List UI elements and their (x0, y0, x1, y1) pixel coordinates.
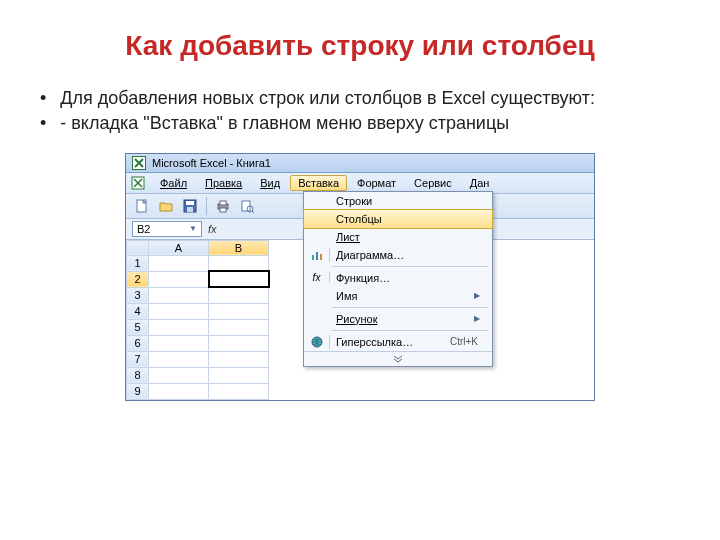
function-icon: fx (304, 272, 330, 283)
slide-title: Как добавить строку или столбец (0, 0, 720, 72)
menu-separator (332, 307, 488, 308)
open-file-icon[interactable] (156, 196, 176, 216)
fx-label[interactable]: fx (208, 223, 217, 235)
bullet-2: - вкладка "Вставка" в главном меню вверх… (60, 112, 660, 135)
window-title: Microsoft Excel - Книга1 (152, 157, 271, 169)
menu-file[interactable]: Файл (152, 175, 195, 191)
svg-line-10 (252, 211, 254, 213)
chevron-down-icon (393, 355, 403, 363)
chevron-down-icon: ▼ (189, 224, 197, 233)
menu-tools[interactable]: Сервис (406, 175, 460, 191)
menu-item-picture[interactable]: Рисунок ▶ (304, 310, 492, 328)
title-bar: Microsoft Excel - Книга1 (126, 154, 594, 173)
workbook-icon (130, 175, 146, 191)
excel-logo-icon (132, 156, 146, 170)
bullet-list: Для добавления новых строк или столбцов … (0, 72, 720, 148)
shortcut-label: Ctrl+K (450, 336, 486, 347)
menu-separator (332, 266, 488, 267)
name-box[interactable]: B2▼ (132, 221, 202, 237)
svg-rect-7 (220, 208, 226, 212)
row-header[interactable]: 4 (127, 303, 149, 319)
save-icon[interactable] (180, 196, 200, 216)
print-icon[interactable] (213, 196, 233, 216)
svg-rect-12 (316, 252, 318, 260)
row-header[interactable]: 8 (127, 367, 149, 383)
menu-item-columns[interactable]: Столбцы (303, 209, 493, 229)
menu-item-chart[interactable]: Диаграмма… (304, 246, 492, 264)
menu-item-name[interactable]: Имя ▶ (304, 287, 492, 305)
hyperlink-icon (304, 335, 330, 349)
menu-item-sheet[interactable]: Лист (304, 228, 492, 246)
menu-separator (332, 330, 488, 331)
toolbar-separator (206, 197, 207, 215)
new-file-icon[interactable] (132, 196, 152, 216)
row-header[interactable]: 5 (127, 319, 149, 335)
bullet-1: Для добавления новых строк или столбцов … (60, 87, 660, 110)
column-header-b[interactable]: B (209, 240, 269, 255)
row-header[interactable]: 2 (127, 271, 149, 287)
menu-item-rows[interactable]: Строки (304, 192, 492, 210)
svg-rect-11 (312, 255, 314, 260)
print-preview-icon[interactable] (237, 196, 257, 216)
menu-insert[interactable]: Вставка (290, 175, 347, 191)
menu-format[interactable]: Формат (349, 175, 404, 191)
column-header-a[interactable]: A (149, 240, 209, 255)
row-header[interactable]: 6 (127, 335, 149, 351)
svg-rect-6 (220, 201, 226, 205)
menu-data[interactable]: Дан (462, 175, 498, 191)
menu-expand-chevron[interactable] (304, 351, 492, 366)
row-header[interactable]: 9 (127, 383, 149, 399)
svg-rect-4 (187, 207, 193, 212)
submenu-arrow-icon: ▶ (474, 314, 486, 323)
chart-icon (304, 248, 330, 262)
submenu-arrow-icon: ▶ (474, 291, 486, 300)
menu-edit[interactable]: Правка (197, 175, 250, 191)
svg-rect-3 (186, 201, 194, 205)
menu-item-hyperlink[interactable]: Гиперссылка… Ctrl+K (304, 333, 492, 351)
select-all-corner[interactable] (127, 240, 149, 255)
row-header[interactable]: 7 (127, 351, 149, 367)
row-header[interactable]: 1 (127, 255, 149, 271)
active-cell[interactable] (209, 271, 269, 287)
svg-rect-13 (320, 254, 322, 260)
menu-view[interactable]: Вид (252, 175, 288, 191)
worksheet-grid[interactable]: A B 1 2 3 4 5 6 7 8 9 (126, 240, 269, 400)
menu-item-function[interactable]: fx Функция… (304, 269, 492, 287)
row-header[interactable]: 3 (127, 287, 149, 303)
insert-menu-dropdown: Строки Столбцы Лист Диаграмма… fx Функци… (303, 191, 493, 367)
